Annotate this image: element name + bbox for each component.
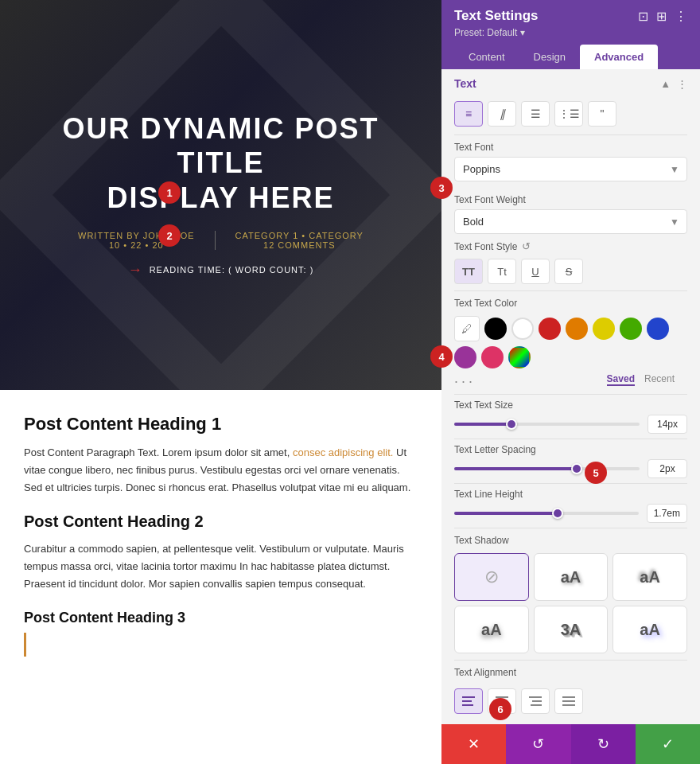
color-picker-btn[interactable]: 🖊 [454,316,480,341]
section-more-icon[interactable]: ⋮ [677,78,687,90]
color-tabs: Saved Recent [594,372,687,391]
shadow-text-1: aA [561,568,581,587]
color-tab-saved[interactable]: Saved [607,373,635,386]
tab-design[interactable]: Design [519,45,580,69]
text-font-row: Text Font Poppins Open Sans Roboto Lato … [441,135,700,188]
text-font-weight-select[interactable]: Bold Regular Medium Light [454,209,687,234]
shadow-none[interactable]: ⊘ [454,553,529,601]
text-align-row-top: ≡ ∥ ☰ ⋮☰ " [441,98,700,134]
confirm-button[interactable]: ✓ [636,724,700,764]
post-heading-2: Post Content Heading 2 [24,513,418,531]
align-btn-quote[interactable]: " [588,101,616,127]
tab-advanced[interactable]: Advanced [580,45,658,69]
shadow-option-1[interactable]: aA [534,553,609,601]
badge-3: 3 [430,177,453,199]
hero-meta: WRITTEN BY JOHN DOE 10 • 22 • 20 CATEGOR… [78,231,364,250]
svg-rect-7 [532,700,542,702]
style-btn-strikethrough[interactable]: S [554,259,583,284]
text-font-select[interactable]: Poppins Open Sans Roboto Lato [454,157,687,181]
font-style-label-text: Text Font Style [454,241,517,252]
font-style-reset-icon[interactable]: ↺ [522,240,531,252]
line-height-fill [454,512,555,515]
swatch-pink[interactable] [481,346,504,368]
shadow-text-3: aA [481,621,502,639]
swatch-red[interactable] [539,318,561,340]
svg-rect-8 [531,704,542,706]
font-style-buttons: TT Tt U S [441,255,700,290]
settings-panel: Text Settings ⊡ ⊞ ⋮ Preset: Default ▾ Co… [441,0,700,764]
columns-icon[interactable]: ⊞ [656,9,667,24]
letter-spacing-control: 2px [454,459,687,478]
letter-spacing-fill [454,467,574,470]
panel-tabs: Content Design Advanced [454,45,687,69]
shadow-option-2[interactable]: aA [612,553,687,601]
post-link[interactable]: consec adipiscing elit. [293,446,393,458]
text-size-label: Text Text Size [454,400,687,411]
line-height-track[interactable] [454,512,639,515]
line-height-control: 1.7em [454,504,687,523]
text-font-weight-label: Text Font Weight [454,194,687,205]
redo-button[interactable]: ↻ [571,724,636,764]
swatch-white[interactable] [511,318,534,340]
panel-footer: ✕ ↺ ↻ ✓ [441,724,700,764]
align-btn-list2[interactable]: ⋮☰ [554,101,583,127]
style-btn-bold[interactable]: TT [454,259,483,284]
reset-button[interactable]: ↺ [506,724,570,764]
hero-title: OUR DYNAMIC POST TITLEDISPLAY HERE [0,111,441,215]
hero-section: OUR DYNAMIC POST TITLEDISPLAY HERE WRITT… [0,0,441,390]
shadow-option-3[interactable]: aA [454,606,529,653]
line-height-label: Text Line Height [454,489,687,500]
more-icon[interactable]: ⋮ [675,9,687,24]
text-size-track[interactable] [454,423,640,426]
post-paragraph-2: Curabitur a commodo sapien, at pellentes… [24,540,418,593]
align-btn-list[interactable]: ☰ [521,101,550,127]
chevron-up-icon[interactable]: ▲ [660,78,671,90]
swatch-blue[interactable] [647,318,669,340]
post-heading-3: Post Content Heading 3 [24,610,418,626]
text-size-control: 14px [454,415,687,434]
panel-body: Text ▲ ⋮ ≡ ∥ ☰ ⋮☰ " Text Font Poppins Op… [441,69,700,724]
text-font-weight-wrapper: Bold Regular Medium Light ▼ [454,209,687,234]
letter-spacing-value: 2px [648,459,687,478]
swatch-orange[interactable] [566,318,588,340]
align-justify-btn[interactable] [554,688,583,714]
badge-5: 5 [585,462,607,484]
text-font-select-wrapper: Poppins Open Sans Roboto Lato ▼ [454,157,687,181]
shadow-grid: ⊘ aA aA aA 3A aA [441,550,700,660]
align-right-btn[interactable] [521,688,550,714]
text-size-thumb[interactable] [506,419,517,430]
swatch-green[interactable] [620,318,642,340]
letter-spacing-track[interactable] [454,467,640,470]
panel-preset[interactable]: Preset: Default ▾ [454,27,687,38]
shadow-label: Text Shadow [441,528,700,550]
line-height-value: 1.7em [647,504,687,523]
shadow-option-4[interactable]: 3A [534,606,609,653]
swatch-purple[interactable] [454,346,476,368]
letter-spacing-thumb[interactable] [571,463,582,474]
text-size-row: Text Text Size 14px [441,395,700,439]
fullscreen-icon[interactable]: ⊡ [638,9,648,24]
arrow-icon: → [128,262,143,279]
swatch-yellow[interactable] [593,318,615,340]
line-height-thumb[interactable] [552,508,563,519]
svg-rect-6 [529,696,542,698]
letter-spacing-row: Text Letter Spacing 2px [441,439,700,483]
shadow-option-5[interactable]: aA [612,606,687,653]
swatch-gradient[interactable] [508,346,531,368]
style-btn-underline[interactable]: U [521,259,550,284]
tab-content[interactable]: Content [454,45,519,69]
shadow-text-2: aA [640,568,660,587]
align-btn-italic[interactable]: ∥ [488,101,516,127]
swatch-black[interactable] [484,318,507,340]
style-btn-normal[interactable]: Tt [488,259,516,284]
color-tab-recent[interactable]: Recent [644,373,675,386]
svg-rect-9 [562,696,575,698]
panel-header: Text Settings ⊡ ⊞ ⋮ Preset: Default ▾ Co… [441,0,700,69]
align-btn-left[interactable]: ≡ [454,101,483,127]
reading-time: → READING TIME: ( WORD COUNT: ) [128,262,314,279]
post-content: Post Content Heading 1 Post Content Para… [0,390,441,680]
align-left-btn[interactable] [454,688,483,714]
delete-button[interactable]: ✕ [441,724,506,764]
line-height-row: Text Line Height 1.7em [441,484,700,528]
svg-rect-11 [562,704,575,706]
